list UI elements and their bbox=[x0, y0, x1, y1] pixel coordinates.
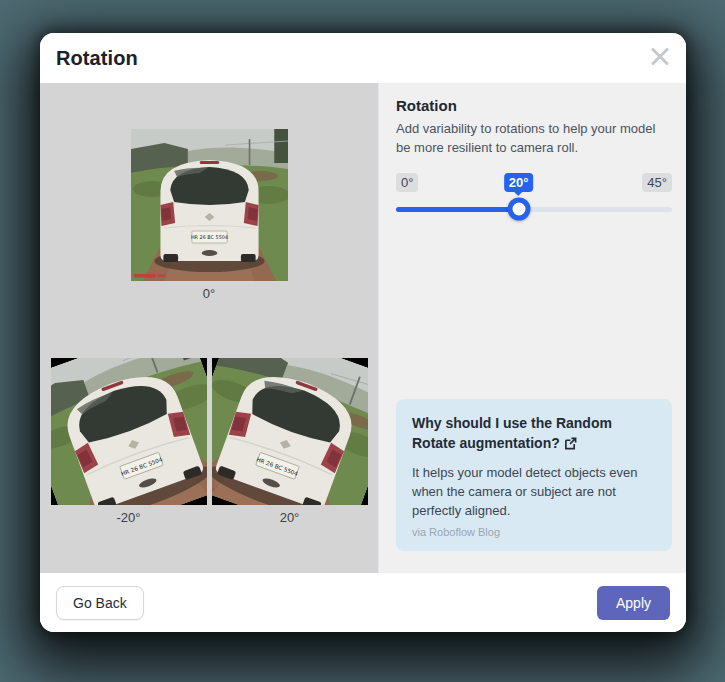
rotation-modal: Rotation 0° bbox=[40, 33, 686, 632]
preview-image-plus20 bbox=[212, 358, 368, 505]
preview-label-original: 0° bbox=[203, 286, 215, 301]
modal-header: Rotation bbox=[40, 33, 686, 83]
info-box: Why should I use the Random Rotate augme… bbox=[396, 399, 672, 551]
info-box-title-link[interactable]: Why should I use the Random Rotate augme… bbox=[412, 414, 656, 455]
modal-footer: Go Back Apply bbox=[40, 573, 686, 632]
slider-max-label: 45° bbox=[642, 173, 672, 192]
info-box-title: Why should I use the Random Rotate augme… bbox=[412, 415, 612, 451]
slider-badge-row: 0° 20° 45° bbox=[396, 173, 672, 193]
slider-min-label: 0° bbox=[396, 173, 418, 192]
slider-fill bbox=[396, 207, 519, 212]
go-back-button[interactable]: Go Back bbox=[56, 586, 144, 620]
slider-handle[interactable] bbox=[507, 198, 530, 221]
preview-label-minus20: -20° bbox=[51, 510, 207, 525]
preview-label-plus20: 20° bbox=[212, 510, 368, 525]
close-button[interactable] bbox=[647, 43, 673, 69]
rotated-previews-labels: -20° 20° bbox=[51, 510, 368, 525]
modal-title: Rotation bbox=[56, 47, 138, 70]
settings-description: Add variability to rotations to help you… bbox=[396, 120, 672, 158]
rotated-previews-row bbox=[51, 358, 368, 505]
apply-button[interactable]: Apply bbox=[597, 586, 670, 620]
modal-body: 0° -20° 20° Rotation Add v bbox=[40, 83, 686, 573]
slider-track[interactable] bbox=[396, 207, 672, 212]
slider-value-badge: 20° bbox=[504, 173, 534, 192]
settings-heading: Rotation bbox=[396, 97, 672, 114]
info-box-body: It helps your model detect objects even … bbox=[412, 464, 656, 521]
info-box-source: via Roboflow Blog bbox=[412, 526, 656, 538]
preview-panel: 0° -20° 20° bbox=[40, 83, 379, 573]
external-link-icon[interactable] bbox=[564, 436, 577, 456]
preview-image-original bbox=[131, 129, 288, 281]
spacer bbox=[396, 212, 672, 400]
preview-image-minus20 bbox=[51, 358, 207, 505]
settings-panel: Rotation Add variability to rotations to… bbox=[379, 83, 686, 573]
rotation-slider: 0° 20° 45° bbox=[396, 173, 672, 212]
close-icon bbox=[649, 45, 671, 67]
